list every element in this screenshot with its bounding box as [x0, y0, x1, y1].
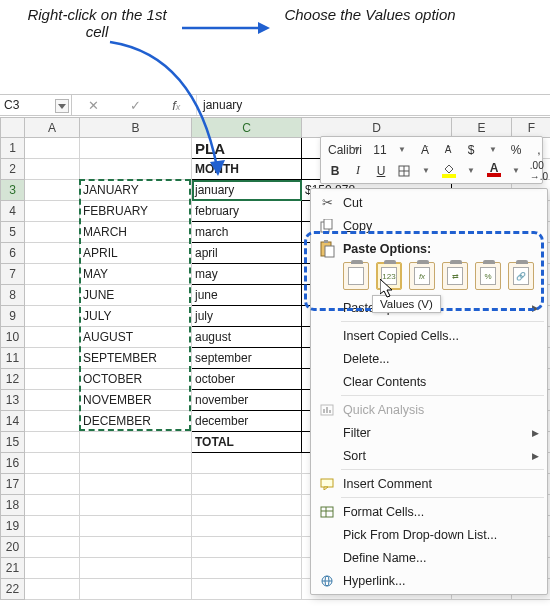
cell-A9[interactable] — [25, 306, 80, 327]
paste-opt-formatting[interactable]: % — [475, 262, 501, 290]
row-header-9[interactable]: 9 — [1, 306, 25, 327]
cell-C16[interactable] — [192, 453, 302, 474]
row-header-22[interactable]: 22 — [1, 579, 25, 600]
row-header-20[interactable]: 20 — [1, 537, 25, 558]
increase-font-icon[interactable]: Â — [415, 140, 435, 160]
ctx-format-cells[interactable]: Format Cells... — [311, 500, 547, 523]
row-header-19[interactable]: 19 — [1, 516, 25, 537]
row-header-16[interactable]: 16 — [1, 453, 25, 474]
ctx-clear-contents[interactable]: Clear Contents — [311, 370, 547, 393]
cell-B10[interactable]: AUGUST — [80, 327, 192, 348]
paste-opt-link[interactable]: 🔗 — [508, 262, 534, 290]
ctx-filter[interactable]: Filter ▶ — [311, 421, 547, 444]
row-header-18[interactable]: 18 — [1, 495, 25, 516]
cell-C8[interactable]: june — [192, 285, 302, 306]
cell-A8[interactable] — [25, 285, 80, 306]
name-box[interactable]: C3 — [0, 95, 72, 115]
cell-B20[interactable] — [80, 537, 192, 558]
cell-B16[interactable] — [80, 453, 192, 474]
paste-opt-paste[interactable] — [343, 262, 369, 290]
ctx-hyperlink[interactable]: Hyperlink... — [311, 569, 547, 592]
row-header-6[interactable]: 6 — [1, 243, 25, 264]
col-header-D[interactable]: D — [302, 118, 452, 138]
cell-C15[interactable]: TOTAL — [192, 432, 302, 453]
cell-C12[interactable]: october — [192, 369, 302, 390]
cell-A1[interactable] — [25, 138, 80, 159]
underline-icon[interactable]: U — [371, 161, 391, 181]
mini-font-size[interactable]: 11 — [370, 140, 390, 160]
cell-C4[interactable]: february — [192, 201, 302, 222]
bold-icon[interactable]: B — [325, 161, 345, 181]
name-box-dropdown-icon[interactable] — [55, 99, 69, 113]
mini-font-dd-icon[interactable]: ▼ — [347, 140, 367, 160]
font-color-dd-icon[interactable]: ▼ — [506, 161, 526, 181]
row-header-17[interactable]: 17 — [1, 474, 25, 495]
cell-C14[interactable]: december — [192, 411, 302, 432]
cell-A19[interactable] — [25, 516, 80, 537]
percent-format-icon[interactable]: % — [506, 140, 526, 160]
cell-B7[interactable]: MAY — [80, 264, 192, 285]
borders-dd-icon[interactable]: ▼ — [416, 161, 436, 181]
accounting-dd-icon[interactable]: ▼ — [483, 140, 503, 160]
cell-B18[interactable] — [80, 495, 192, 516]
cell-B6[interactable]: APRIL — [80, 243, 192, 264]
paste-opt-transpose[interactable]: ⇄ — [442, 262, 468, 290]
cell-A21[interactable] — [25, 558, 80, 579]
fill-color-dd-icon[interactable]: ▼ — [461, 161, 481, 181]
row-header-11[interactable]: 11 — [1, 348, 25, 369]
cell-C17[interactable] — [192, 474, 302, 495]
row-header-15[interactable]: 15 — [1, 432, 25, 453]
cell-B22[interactable] — [80, 579, 192, 600]
cell-C18[interactable] — [192, 495, 302, 516]
paste-opt-formulas[interactable]: fx — [409, 262, 435, 290]
cell-A22[interactable] — [25, 579, 80, 600]
cell-A17[interactable] — [25, 474, 80, 495]
accounting-format-icon[interactable]: $ — [461, 140, 481, 160]
col-header-A[interactable]: A — [25, 118, 80, 138]
cell-A15[interactable] — [25, 432, 80, 453]
cell-B14[interactable]: DECEMBER — [80, 411, 192, 432]
cell-B17[interactable] — [80, 474, 192, 495]
decrease-font-icon[interactable]: Ǎ — [438, 140, 458, 160]
cell-A20[interactable] — [25, 537, 80, 558]
cell-B5[interactable]: MARCH — [80, 222, 192, 243]
fill-color-icon[interactable] — [439, 161, 459, 181]
cell-C10[interactable]: august — [192, 327, 302, 348]
ctx-insert-comment[interactable]: Insert Comment — [311, 472, 547, 495]
cell-A7[interactable] — [25, 264, 80, 285]
row-header-7[interactable]: 7 — [1, 264, 25, 285]
cell-B12[interactable]: OCTOBER — [80, 369, 192, 390]
cell-C7[interactable]: may — [192, 264, 302, 285]
cell-B15[interactable] — [80, 432, 192, 453]
cell-A12[interactable] — [25, 369, 80, 390]
row-header-5[interactable]: 5 — [1, 222, 25, 243]
row-header-2[interactable]: 2 — [1, 159, 25, 180]
cell-C19[interactable] — [192, 516, 302, 537]
cell-A10[interactable] — [25, 327, 80, 348]
cell-B11[interactable]: SEPTEMBER — [80, 348, 192, 369]
cell-C13[interactable]: november — [192, 390, 302, 411]
cell-A13[interactable] — [25, 390, 80, 411]
col-header-E[interactable]: E — [452, 118, 512, 138]
cell-A5[interactable] — [25, 222, 80, 243]
cell-B21[interactable] — [80, 558, 192, 579]
ctx-insert-copied[interactable]: Insert Copied Cells... — [311, 324, 547, 347]
decrease-decimal-icon[interactable]: .00→.0 — [529, 161, 549, 181]
select-all-corner[interactable] — [1, 118, 25, 138]
row-header-13[interactable]: 13 — [1, 390, 25, 411]
cell-B9[interactable]: JULY — [80, 306, 192, 327]
cell-C6[interactable]: april — [192, 243, 302, 264]
italic-icon[interactable]: I — [348, 161, 368, 181]
cell-A6[interactable] — [25, 243, 80, 264]
cell-C11[interactable]: september — [192, 348, 302, 369]
cell-B4[interactable]: FEBRUARY — [80, 201, 192, 222]
cell-C21[interactable] — [192, 558, 302, 579]
cell-A11[interactable] — [25, 348, 80, 369]
row-header-14[interactable]: 14 — [1, 411, 25, 432]
comma-format-icon[interactable]: , — [529, 140, 549, 160]
ctx-pick-list[interactable]: Pick From Drop-down List... — [311, 523, 547, 546]
font-color-icon[interactable]: A — [484, 161, 504, 181]
cell-A16[interactable] — [25, 453, 80, 474]
row-header-1[interactable]: 1 — [1, 138, 25, 159]
row-header-10[interactable]: 10 — [1, 327, 25, 348]
